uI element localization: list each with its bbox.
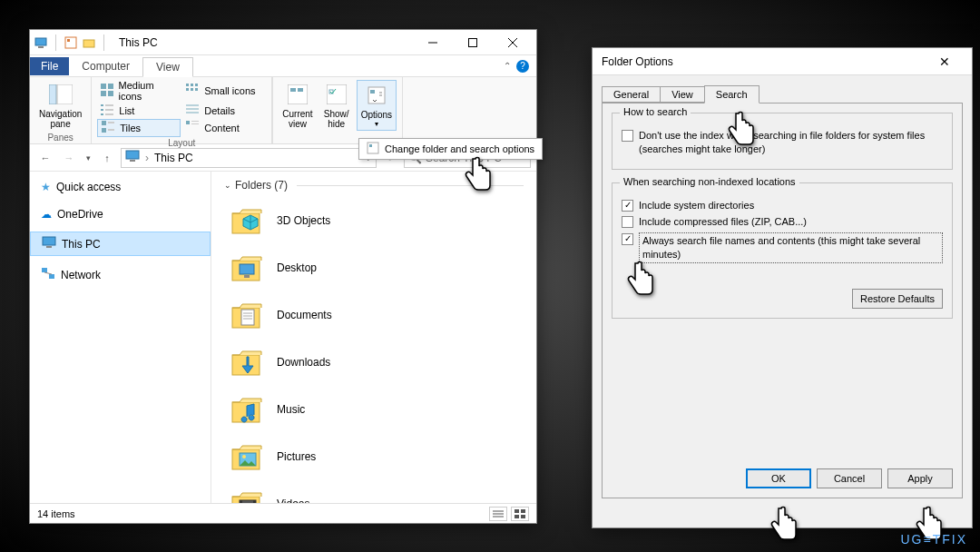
svg-rect-33 bbox=[108, 129, 114, 131]
svg-rect-0 bbox=[35, 38, 46, 45]
svg-rect-18 bbox=[186, 88, 189, 91]
cancel-button[interactable]: Cancel bbox=[817, 468, 882, 488]
svg-rect-22 bbox=[105, 104, 113, 106]
layout-medium-icons[interactable]: Medium icons bbox=[97, 79, 181, 103]
svg-rect-38 bbox=[290, 88, 296, 92]
svg-rect-6 bbox=[469, 38, 477, 46]
explorer-window: This PC File Computer View ⌃ ? Navigatio… bbox=[29, 29, 537, 524]
current-view-button[interactable]: Current view bbox=[279, 80, 316, 131]
minimize-button[interactable] bbox=[413, 30, 453, 55]
label-compressed: Include compressed files (ZIP, CAB...) bbox=[639, 215, 807, 229]
svg-rect-2 bbox=[65, 37, 76, 48]
svg-rect-40 bbox=[327, 84, 347, 104]
tab-view[interactable]: View bbox=[142, 57, 193, 77]
qat-new-folder-icon[interactable] bbox=[82, 35, 96, 50]
qat-properties-icon[interactable] bbox=[64, 35, 78, 50]
group-non-indexed: When searching non-indexed locations Inc… bbox=[612, 182, 953, 319]
content-pane: ⌄ Folders (7) 3D ObjectsDesktopDocuments… bbox=[211, 172, 536, 503]
folder-item[interactable]: Videos bbox=[224, 480, 524, 503]
svg-rect-16 bbox=[191, 84, 193, 86]
svg-rect-68 bbox=[253, 500, 256, 503]
dialog-close-button[interactable]: ✕ bbox=[926, 54, 963, 69]
checkbox-system-dirs[interactable] bbox=[622, 200, 633, 212]
window-title: This PC bbox=[119, 36, 158, 49]
folder-item[interactable]: Pictures bbox=[224, 433, 524, 480]
checkbox-compressed[interactable] bbox=[622, 216, 633, 228]
svg-rect-60 bbox=[232, 355, 260, 375]
layout-tiles[interactable]: Tiles bbox=[97, 119, 181, 137]
status-text: 14 items bbox=[37, 508, 75, 519]
svg-rect-23 bbox=[101, 109, 103, 111]
folder-icon bbox=[230, 346, 266, 379]
svg-rect-12 bbox=[108, 84, 113, 89]
show-hide-button[interactable]: Show/ hide bbox=[320, 80, 353, 131]
label-no-index: Don't use the index when searching in fi… bbox=[639, 129, 943, 157]
folder-options-titlebar: Folder Options ✕ bbox=[593, 48, 972, 75]
tab-computer[interactable]: Computer bbox=[69, 57, 142, 75]
svg-rect-1 bbox=[38, 46, 44, 48]
svg-rect-20 bbox=[195, 88, 198, 91]
ribbon-collapse-icon[interactable]: ⌃ bbox=[504, 61, 511, 71]
back-button[interactable]: ← bbox=[35, 148, 55, 168]
svg-rect-44 bbox=[126, 151, 139, 159]
svg-point-64 bbox=[242, 455, 246, 458]
view-tiles-toggle[interactable] bbox=[511, 507, 529, 521]
folder-item[interactable]: Downloads bbox=[224, 339, 524, 386]
help-icon[interactable]: ? bbox=[516, 60, 529, 73]
layout-list[interactable]: List bbox=[97, 103, 181, 119]
address-bar[interactable]: › This PC ⌄ bbox=[121, 148, 377, 168]
layout-details[interactable]: Details bbox=[182, 103, 266, 119]
checkbox-always-search[interactable] bbox=[622, 233, 633, 245]
folder-label: Videos bbox=[277, 498, 309, 503]
layout-small-icons[interactable]: Small icons bbox=[182, 83, 266, 99]
svg-rect-14 bbox=[108, 91, 113, 96]
tab-general[interactable]: General bbox=[602, 86, 661, 103]
maximize-button[interactable] bbox=[453, 30, 493, 55]
folder-item[interactable]: 3D Objects bbox=[224, 197, 524, 244]
file-tab[interactable]: File bbox=[30, 57, 69, 75]
folder-item[interactable]: Desktop bbox=[224, 244, 524, 291]
svg-rect-35 bbox=[191, 121, 199, 122]
tab-view[interactable]: View bbox=[660, 86, 705, 103]
nav-quick-access[interactable]: ★Quick access bbox=[30, 177, 211, 197]
folder-item[interactable]: Documents bbox=[224, 291, 524, 339]
nav-this-pc[interactable]: This PC bbox=[30, 232, 211, 256]
nav-onedrive[interactable]: ☁OneDrive bbox=[30, 204, 211, 224]
layout-content[interactable]: Content bbox=[182, 120, 266, 136]
svg-rect-13 bbox=[101, 91, 106, 96]
svg-rect-37 bbox=[288, 84, 308, 104]
svg-rect-25 bbox=[101, 113, 103, 115]
explorer-titlebar: This PC bbox=[30, 30, 536, 55]
navigation-pane-button[interactable]: Navigation pane bbox=[35, 80, 85, 131]
breadcrumb[interactable]: This PC bbox=[154, 152, 193, 164]
svg-rect-46 bbox=[43, 237, 55, 245]
folder-icon bbox=[230, 440, 266, 473]
svg-rect-36 bbox=[191, 123, 199, 124]
close-button[interactable] bbox=[493, 30, 533, 55]
folder-icon bbox=[230, 299, 266, 331]
svg-rect-26 bbox=[105, 113, 113, 115]
nav-network[interactable]: Network bbox=[30, 263, 211, 286]
ribbon-group-layout: Medium icons Small icons List Details Ti… bbox=[92, 77, 272, 143]
ok-button[interactable]: OK bbox=[746, 468, 811, 488]
svg-rect-31 bbox=[108, 122, 114, 123]
restore-defaults-button[interactable]: Restore Defaults bbox=[852, 289, 943, 309]
view-details-toggle[interactable] bbox=[489, 507, 507, 521]
dialog-title: Folder Options bbox=[602, 55, 673, 68]
folders-header[interactable]: ⌄ Folders (7) bbox=[224, 179, 524, 192]
forward-button[interactable]: → bbox=[59, 148, 79, 168]
apply-button[interactable]: Apply bbox=[887, 468, 953, 488]
options-tooltip: Change folder and search options bbox=[358, 138, 543, 160]
svg-rect-10 bbox=[57, 84, 73, 104]
recent-dropdown[interactable]: ▾ bbox=[83, 148, 93, 168]
options-tooltip-icon bbox=[367, 142, 379, 156]
checkbox-no-index[interactable] bbox=[622, 130, 633, 142]
folder-item[interactable]: Music bbox=[224, 386, 524, 433]
svg-rect-9 bbox=[49, 84, 56, 104]
tab-search[interactable]: Search bbox=[704, 85, 760, 104]
options-button[interactable]: Options ▾ bbox=[357, 80, 397, 131]
svg-rect-72 bbox=[514, 509, 519, 513]
up-button[interactable]: ↑ bbox=[97, 148, 117, 168]
label-system-dirs: Include system directories bbox=[639, 199, 754, 212]
this-pc-icon bbox=[42, 236, 56, 251]
